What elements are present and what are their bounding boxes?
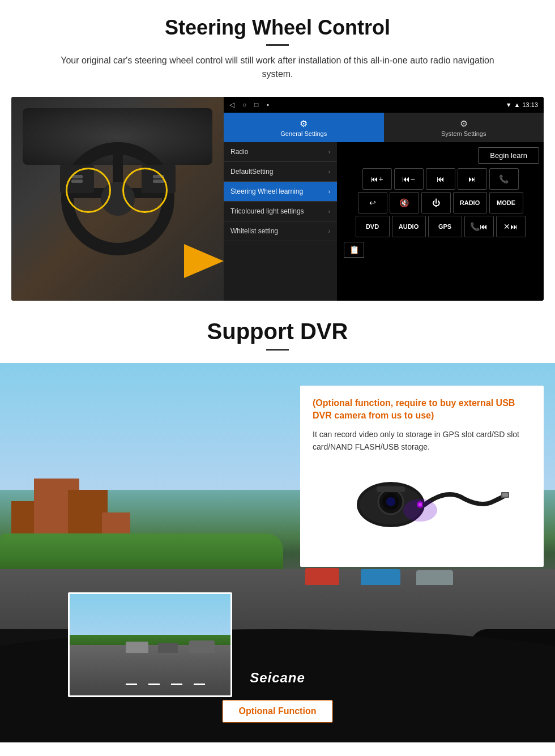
nav-recents-icon[interactable]: □ [254,101,258,109]
gear-icon-general: ⚙ [300,118,308,129]
phone-button[interactable]: 📞 [489,168,519,190]
chevron-icon: › [328,149,330,155]
dvd-button[interactable]: DVD [356,216,390,237]
gps-button[interactable]: GPS [428,216,462,237]
next-track-button[interactable]: ⏭ [458,168,487,190]
settings-tabs: ⚙ General Settings ⚙ System Settings [224,113,544,142]
radio-button[interactable]: RADIO [453,192,487,213]
menu-steering-label: Steering Wheel learning [230,187,328,195]
prev-track-button[interactable]: ⏮ [426,168,455,190]
menu-item-steering[interactable]: Steering Wheel learning › [224,182,337,202]
optional-function-button[interactable]: Optional Function [223,700,333,723]
mute-next-button[interactable]: ✕⏭ [496,216,526,237]
steering-section: Steering Wheel Control Your original car… [0,0,555,301]
optional-function-row: Optional Function [223,700,333,723]
chevron-icon: › [328,169,330,175]
tab-system-settings[interactable]: ⚙ System Settings [384,113,544,142]
dvr-description: It can record video only to storage in G… [313,428,531,454]
signal-icon: ▲ [514,101,520,108]
whitelist-icon: 📋 [344,242,364,258]
menu-item-defaultsetting[interactable]: DefaultSetting › [224,162,337,182]
begin-learn-row: Begin learn [339,144,541,166]
dvr-section: Support DVR (Optional function, require [0,301,555,742]
nav-home-icon[interactable]: ○ [242,101,246,109]
menu-item-whitelist[interactable]: Whitelist setting › [224,221,337,241]
menu-list: Radio › DefaultSetting › Steering Wheel … [224,142,337,301]
menu-whitelist-label: Whitelist setting [230,227,328,235]
power-button[interactable]: ⏻ [421,192,451,213]
android-panel: ◁ ○ □ ▪ ▼ ▲ 13:13 ⚙ General Settings [224,97,544,301]
svg-point-10 [403,499,437,522]
car-image [11,97,224,301]
topbar-time: 13:13 [522,101,538,108]
panel-body: Radio › DefaultSetting › Steering Wheel … [224,142,544,301]
dvr-optional-text: (Optional function, require to buy exter… [313,397,531,422]
control-row-3: DVD AUDIO GPS 📞⏮ ✕⏭ [339,216,541,237]
dvr-title: Support DVR [11,319,544,344]
control-row-1: ⏮+ ⏮− ⏮ ⏭ 📞 [339,168,541,190]
dvr-title-area: Support DVR [0,301,555,360]
dvr-thumbnail [68,592,232,697]
audio-button[interactable]: AUDIO [392,216,426,237]
back-button[interactable]: ↩ [358,192,387,213]
section1-title-area: Steering Wheel Control Your original car… [0,0,555,88]
menu-item-tricoloured[interactable]: Tricoloured light settings › [224,202,337,221]
dvr-info-box: (Optional function, require to buy exter… [300,386,544,567]
chevron-icon: › [328,208,330,215]
control-row-2: ↩ 🔇 ⏻ RADIO MODE [339,192,541,213]
tab-general-settings[interactable]: ⚙ General Settings [224,113,384,142]
phone-prev-button[interactable]: 📞⏮ [464,216,494,237]
svg-rect-9 [502,493,508,497]
topbar-status: ▼ ▲ 13:13 [506,101,538,108]
nav-menu-icon[interactable]: ▪ [267,101,269,109]
vol-up-button[interactable]: ⏮+ [362,168,392,190]
vol-down-button[interactable]: ⏮− [394,168,424,190]
dvr-divider [266,349,289,351]
android-topbar: ◁ ○ □ ▪ ▼ ▲ 13:13 [224,97,544,113]
svg-rect-5 [377,486,405,492]
whitelist-row: 📋 [339,240,541,260]
begin-learn-button[interactable]: Begin learn [478,147,539,164]
chevron-icon-active: › [328,189,330,195]
steering-wheel [56,136,180,261]
wheel-right-highlight [122,168,168,213]
menu-tricoloured-label: Tricoloured light settings [230,207,328,215]
tab-system-label: System Settings [441,130,486,137]
button-grid: Begin learn ⏮+ ⏮− ⏮ ⏭ 📞 ↩ 🔇 ⏻ [337,142,544,301]
chevron-icon: › [328,228,330,234]
nav-back-icon[interactable]: ◁ [229,101,234,109]
gear-icon-system: ⚙ [460,118,468,129]
wheel-left-highlight [66,168,111,213]
mode-button[interactable]: MODE [489,192,523,213]
tab-general-label: General Settings [280,130,327,137]
steering-composite: ◁ ○ □ ▪ ▼ ▲ 13:13 ⚙ General Settings [11,97,544,301]
svg-point-4 [386,497,395,506]
wifi-icon: ▼ [506,101,512,108]
topbar-nav: ◁ ○ □ ▪ [229,101,269,109]
seicane-brand: Seicane [250,670,305,686]
title-divider [266,44,289,46]
arrow-indicator [184,244,224,278]
section1-title: Steering Wheel Control [11,16,544,40]
menu-default-label: DefaultSetting [230,168,328,176]
dvr-camera-illustration [313,465,531,556]
menu-item-radio[interactable]: Radio › [224,142,337,162]
section1-subtitle: Your original car's steering wheel contr… [45,54,510,81]
menu-radio-label: Radio [230,148,328,156]
mute-button[interactable]: 🔇 [390,192,419,213]
dvr-camera-svg [334,465,510,553]
